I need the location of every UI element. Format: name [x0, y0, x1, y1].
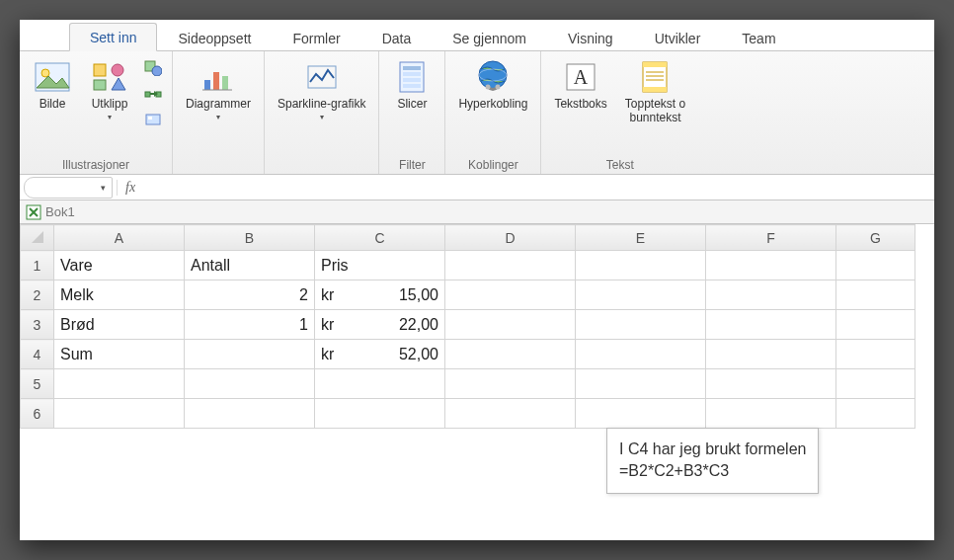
cell[interactable]: 2: [185, 280, 315, 310]
cell[interactable]: 1: [185, 310, 315, 340]
cell[interactable]: [445, 310, 576, 340]
tab-utvikler[interactable]: Utvikler: [634, 24, 722, 51]
cell[interactable]: [185, 340, 315, 369]
group-label: Koblinger: [451, 156, 534, 172]
button-label: Sparkline-grafikk: [278, 98, 365, 112]
cell[interactable]: [445, 280, 576, 310]
screenshot-button[interactable]: [140, 109, 166, 132]
cell[interactable]: [185, 369, 315, 399]
cell[interactable]: [54, 399, 185, 429]
cell[interactable]: [576, 310, 706, 340]
svg-rect-31: [643, 87, 667, 92]
spreadsheet-grid[interactable]: A B C D E F G 1VareAntallPris2Melk2kr15,…: [20, 224, 934, 429]
cell[interactable]: [445, 369, 576, 399]
row-header[interactable]: 3: [21, 310, 54, 340]
cell[interactable]: [315, 369, 445, 399]
cell[interactable]: kr22,00: [315, 310, 445, 340]
name-box[interactable]: [24, 177, 113, 199]
svg-rect-15: [222, 76, 228, 90]
svg-rect-13: [204, 80, 210, 90]
svg-point-26: [496, 85, 501, 90]
cell[interactable]: [576, 399, 706, 429]
formula-input[interactable]: [143, 177, 934, 199]
ribbon: Bilde Utklipp: [20, 51, 934, 175]
col-header-B[interactable]: B: [185, 225, 315, 251]
cell[interactable]: [315, 399, 445, 429]
cell[interactable]: [836, 369, 915, 399]
cell[interactable]: [706, 340, 836, 369]
cell[interactable]: Sum: [54, 340, 185, 369]
cell[interactable]: Vare: [54, 251, 185, 280]
cell[interactable]: [576, 340, 706, 369]
col-header-E[interactable]: E: [576, 225, 706, 251]
sparkline-button[interactable]: Sparkline-grafikk: [271, 55, 372, 124]
cell[interactable]: Antall: [185, 251, 315, 280]
utklipp-button[interactable]: Utklipp: [83, 55, 136, 124]
col-header-G[interactable]: G: [836, 225, 915, 251]
svg-rect-19: [403, 66, 421, 70]
cell[interactable]: Melk: [54, 280, 185, 310]
cell[interactable]: [706, 280, 836, 310]
select-all-corner[interactable]: [21, 225, 54, 251]
tab-team[interactable]: Team: [721, 24, 796, 51]
group-tekst: A Tekstboks Topptekst o bunntekst Tekst: [541, 51, 698, 174]
tab-label: Sideoppsett: [178, 31, 251, 46]
tab-se-gjennom[interactable]: Se gjennom: [432, 24, 547, 51]
group-illustrasjoner: Bilde Utklipp: [20, 51, 173, 174]
tab-sideoppsett[interactable]: Sideoppsett: [157, 24, 272, 51]
cell[interactable]: [836, 399, 915, 429]
tab-sett-inn[interactable]: Sett inn: [69, 23, 157, 51]
svg-rect-4: [94, 80, 106, 90]
cell[interactable]: [185, 399, 315, 429]
cell[interactable]: Brød: [54, 310, 185, 340]
tab-formler[interactable]: Formler: [272, 24, 360, 51]
bilde-button[interactable]: Bilde: [26, 55, 79, 115]
cell[interactable]: [445, 251, 576, 280]
shapes-button[interactable]: [140, 57, 166, 81]
col-header-D[interactable]: D: [445, 225, 576, 251]
diagrammer-button[interactable]: Diagrammer: [179, 55, 258, 124]
cell[interactable]: [576, 280, 706, 310]
tab-label: Formler: [292, 31, 340, 46]
fx-icon[interactable]: fx: [117, 180, 143, 196]
button-label: Slicer: [397, 98, 427, 112]
cell[interactable]: [706, 399, 836, 429]
tekstboks-button[interactable]: A Tekstboks: [547, 55, 613, 115]
cell[interactable]: kr52,00: [315, 340, 445, 369]
svg-point-25: [486, 85, 491, 90]
svg-rect-21: [403, 78, 421, 82]
col-header-A[interactable]: A: [54, 225, 185, 251]
col-header-C[interactable]: C: [315, 225, 445, 251]
cell[interactable]: kr15,00: [315, 280, 445, 310]
cell[interactable]: [836, 251, 915, 280]
workbook-tab[interactable]: Bok1: [20, 200, 934, 224]
tab-visning[interactable]: Visning: [547, 24, 634, 51]
cell[interactable]: [54, 369, 185, 399]
cell[interactable]: [576, 369, 706, 399]
cell[interactable]: [445, 399, 576, 429]
cell[interactable]: [445, 340, 576, 369]
cell[interactable]: [836, 310, 915, 340]
smartart-button[interactable]: [140, 83, 166, 107]
cell[interactable]: [836, 340, 915, 369]
row-header[interactable]: 2: [21, 280, 54, 310]
cell[interactable]: [706, 369, 836, 399]
cell[interactable]: [706, 251, 836, 280]
cell[interactable]: Pris: [315, 251, 445, 280]
row-header[interactable]: 5: [21, 369, 54, 399]
button-label: Topptekst o bunntekst: [625, 98, 685, 125]
cell[interactable]: [576, 251, 706, 280]
tab-label: Team: [742, 31, 775, 46]
tab-data[interactable]: Data: [361, 24, 433, 51]
hyperkobling-button[interactable]: Hyperkobling: [451, 55, 534, 115]
slicer-button[interactable]: Slicer: [385, 55, 438, 115]
cell[interactable]: [706, 310, 836, 340]
row-header[interactable]: 1: [21, 251, 54, 280]
row-header[interactable]: 6: [21, 399, 54, 429]
topptekst-button[interactable]: Topptekst o bunntekst: [618, 55, 692, 128]
cell[interactable]: [836, 280, 915, 310]
col-header-F[interactable]: F: [706, 225, 836, 251]
group-label: [179, 170, 258, 172]
tab-label: Visning: [568, 31, 613, 46]
row-header[interactable]: 4: [21, 340, 54, 369]
